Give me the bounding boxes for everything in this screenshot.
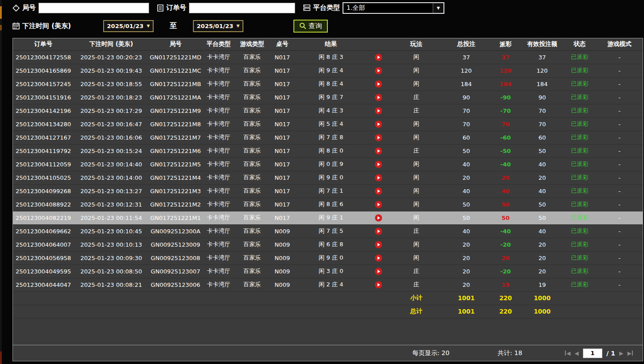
table-row[interactable]: 2501230040696622025-01-23 00:10:45GN0092… <box>13 224 643 238</box>
table-row[interactable]: 2501230040495952025-01-23 00:08:50GN0092… <box>13 265 643 278</box>
last-page-button[interactable]: ▶ <box>627 351 633 356</box>
calendar-icon <box>13 22 20 29</box>
replay-play-icon[interactable] <box>375 174 382 182</box>
summary-cell: 1001 <box>443 305 490 318</box>
summary-cell <box>149 305 202 318</box>
cell-round-id: GN017251221MD <box>149 50 202 64</box>
cell-table-no: N009 <box>269 265 295 278</box>
cell-status: 已派彩 <box>563 50 596 64</box>
cell-total-bet: 50 <box>443 211 490 224</box>
cell-valid-bet: 20 <box>521 171 563 184</box>
cell-platform: 卡卡湾厅 <box>202 171 235 184</box>
cell-bet-time: 2025-01-23 00:16:06 <box>74 131 149 144</box>
replay-play-icon[interactable] <box>375 228 382 235</box>
round-filter-group: 局号 <box>13 3 149 13</box>
cell-platform: 卡卡湾厅 <box>202 251 235 265</box>
table-row[interactable]: 2501230041342802025-01-23 00:16:47GN0172… <box>13 117 643 131</box>
cell-order-id: 250123004127167 <box>13 131 74 144</box>
next-page-button[interactable]: ▶ <box>619 351 623 356</box>
cell-status: 已派彩 <box>563 77 596 91</box>
cell-payout: 120 <box>490 64 521 77</box>
cell-total-bet: 37 <box>443 50 490 64</box>
chevron-down-icon[interactable]: ▼ <box>433 3 443 13</box>
cell-payout: 50 <box>490 198 521 211</box>
total-count-info: 共计: 18 <box>498 349 522 357</box>
replay-play-icon[interactable] <box>375 281 382 289</box>
cell-play: 闲 <box>390 157 443 171</box>
cell-table-no: N017 <box>269 104 295 117</box>
date-to-picker[interactable]: 2025/01/23 ▼ <box>193 20 243 32</box>
replay-play-icon[interactable] <box>375 80 382 88</box>
replay-play-icon[interactable] <box>375 120 382 128</box>
replay-cell <box>367 238 390 251</box>
table-row[interactable]: 2501230041519162025-01-23 00:18:23GN0172… <box>13 91 643 104</box>
replay-play-icon[interactable] <box>375 201 382 208</box>
column-header: 游戏类型 <box>235 38 269 50</box>
cell-total-bet: 184 <box>443 77 490 91</box>
table-row[interactable]: 2501230040992682025-01-23 00:13:27GN0172… <box>13 184 643 198</box>
cell-bet-time: 2025-01-23 00:18:23 <box>74 91 149 104</box>
cell-mode: - <box>596 211 643 224</box>
cell-bet-time: 2025-01-23 00:14:40 <box>74 157 149 171</box>
first-page-button[interactable]: ◀ <box>565 351 570 356</box>
table-row[interactable]: 2501230040569582025-01-23 00:09:30GN0092… <box>13 251 643 265</box>
table-row[interactable]: 2501230041120592025-01-23 00:14:40GN0172… <box>13 157 643 171</box>
cell-play: 闲 <box>390 117 443 131</box>
round-input[interactable] <box>38 3 149 13</box>
table-row[interactable]: 2501230041050252025-01-23 00:14:00GN0172… <box>13 171 643 184</box>
date-from-picker[interactable]: 2025/01/23 ▼ <box>103 20 154 32</box>
table-row[interactable]: 2501230041725582025-01-23 00:20:23GN0172… <box>13 50 643 64</box>
table-row[interactable]: 2501230040889222025-01-23 00:12:31GN0172… <box>13 198 643 211</box>
cell-result: 闲 9 庄 0 <box>295 171 367 184</box>
table-row[interactable]: 2501230041421962025-01-23 00:17:29GN0172… <box>13 104 643 117</box>
cell-round-id: GN017251221M5 <box>149 157 202 171</box>
table-row[interactable]: 2501230040440472025-01-23 00:08:21GN0092… <box>13 278 643 291</box>
query-button[interactable]: 查询 <box>293 20 328 33</box>
cell-order-id: 250123004082219 <box>13 211 74 224</box>
cell-total-bet: 60 <box>443 131 490 144</box>
replay-play-icon[interactable] <box>375 67 382 74</box>
cell-game-type: 百家乐 <box>235 171 269 184</box>
cell-result: 闲 8 庄 0 <box>295 144 367 157</box>
replay-play-icon[interactable] <box>375 147 382 155</box>
cell-platform: 卡卡湾厅 <box>202 224 235 238</box>
table-row[interactable]: 2501230041197922025-01-23 00:15:24GN0172… <box>13 144 643 157</box>
replay-play-icon[interactable] <box>375 268 382 275</box>
replay-play-icon[interactable] <box>375 254 382 262</box>
cell-status: 已派彩 <box>563 157 596 171</box>
replay-play-icon[interactable] <box>375 161 382 168</box>
cell-order-id: 250123004049595 <box>13 265 74 278</box>
table-row[interactable]: 2501230040822192025-01-23 00:11:54GN0172… <box>13 211 643 224</box>
page-input[interactable] <box>583 348 602 358</box>
table-row[interactable]: 2501230040640072025-01-23 00:10:13GN0092… <box>13 238 643 251</box>
cell-platform: 卡卡湾厅 <box>202 198 235 211</box>
platform-filter-group: 平台类型 1.全部 ▼ <box>303 2 444 14</box>
replay-play-icon[interactable] <box>375 107 382 115</box>
cell-mode: - <box>596 265 643 278</box>
order-input[interactable] <box>189 3 295 13</box>
replay-play-icon[interactable] <box>375 214 382 222</box>
summary-cell <box>269 291 295 305</box>
prev-page-button[interactable]: ◀ <box>575 351 579 356</box>
table-row[interactable]: 2501230041271672025-01-23 00:16:06GN0172… <box>13 131 643 144</box>
cell-order-id: 250123004044047 <box>13 278 74 291</box>
platform-select[interactable]: 1.全部 ▼ <box>343 2 444 14</box>
cell-table-no: N009 <box>269 224 295 238</box>
cell-table-no: N017 <box>269 171 295 184</box>
table-row[interactable]: 2501230041658692025-01-23 00:19:43GN0172… <box>13 64 643 77</box>
cell-platform: 卡卡湾厅 <box>202 144 235 157</box>
replay-play-icon[interactable] <box>375 187 382 195</box>
replay-play-icon[interactable] <box>375 241 382 248</box>
replay-play-icon[interactable] <box>375 54 382 61</box>
cell-payout: -60 <box>490 131 521 144</box>
cell-platform: 卡卡湾厅 <box>202 91 235 104</box>
cell-game-type: 百家乐 <box>235 211 269 224</box>
replay-play-icon[interactable] <box>375 134 382 141</box>
cell-table-no: N017 <box>269 50 295 64</box>
cell-status: 已派彩 <box>563 144 596 157</box>
search-icon <box>299 22 306 29</box>
table-row[interactable]: 2501230041572452025-01-23 00:18:55GN0172… <box>13 77 643 91</box>
cell-platform: 卡卡湾厅 <box>202 238 235 251</box>
cell-bet-time: 2025-01-23 00:11:54 <box>74 211 149 224</box>
replay-play-icon[interactable] <box>375 94 382 101</box>
